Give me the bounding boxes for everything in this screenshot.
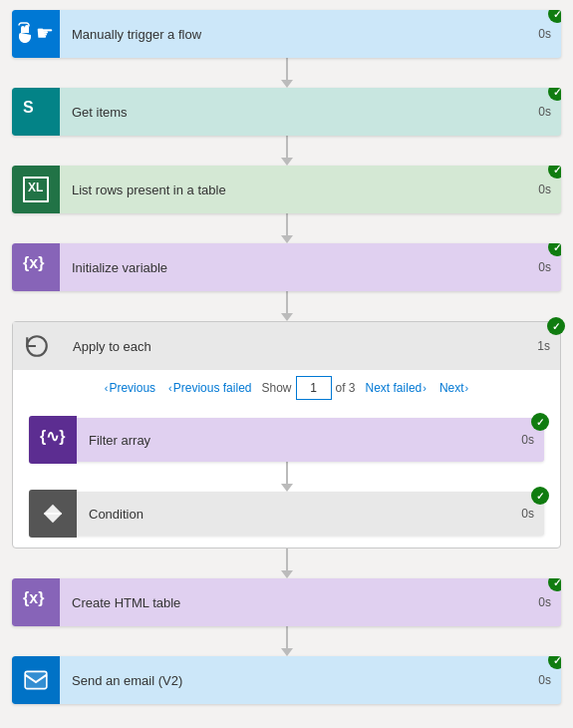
step-label-get-items: Get items (60, 105, 528, 120)
step-icon-filter-array: {∿} (29, 416, 77, 464)
step-label-filter-array: Filter array (77, 433, 511, 448)
step-success-badge-send-email (548, 656, 561, 669)
chevron-left-prev-failed-icon: ‹ (168, 382, 172, 394)
connector-1 (286, 58, 288, 82)
step-duration-send-email: 0s (528, 673, 561, 687)
chevron-right-next-icon: › (465, 382, 469, 394)
chevron-right-next-failed-icon: › (423, 382, 427, 394)
step-block-create-html-table[interactable]: {x} Create HTML table 0s (12, 578, 561, 626)
step-send-email: Send an email (V2) 0s (12, 656, 561, 704)
arrow-1 (281, 80, 293, 88)
step-block-condition[interactable]: Condition 0s (29, 492, 544, 536)
previous-button[interactable]: ‹ Previous (98, 379, 161, 397)
connector-5 (286, 548, 288, 572)
step-label-send-email: Send an email (V2) (60, 673, 528, 688)
step-success-badge-filter-array (531, 413, 549, 431)
step-create-html-table: {x} Create HTML table 0s (12, 578, 561, 656)
step-icon-send-email (12, 656, 60, 704)
email-icon (23, 667, 49, 693)
hand-icon (12, 21, 36, 47)
inner-steps: {∿} Filter array 0s (29, 418, 544, 536)
step-get-items: S Get items 0s (12, 88, 561, 166)
step-success-badge-apply-each (547, 317, 565, 335)
step-success-badge-create-html-table (548, 578, 561, 591)
step-label-manually-trigger: Manually trigger a flow (60, 27, 528, 42)
page-input[interactable] (296, 376, 332, 400)
step-label-init-variable: Initialize variable (60, 260, 528, 275)
step-icon-list-rows: XL (12, 166, 60, 213)
condition-icon (40, 501, 66, 527)
step-condition: Condition 0s (29, 492, 544, 536)
step-block-init-variable[interactable]: {x} Initialize variable 0s (12, 243, 561, 291)
step-duration-manually-trigger: 0s (528, 27, 561, 41)
show-label: Show (261, 381, 291, 395)
step-duration-condition: 0s (511, 507, 544, 521)
chevron-left-prev-icon: ‹ (105, 382, 109, 394)
step-icon-get-items: S (12, 88, 60, 136)
step-duration-list-rows: 0s (528, 182, 561, 196)
step-success-badge-init-variable (548, 243, 561, 256)
arrow-5 (281, 570, 293, 578)
apply-each-header[interactable]: Apply to each 1s (13, 322, 560, 370)
connector-4 (286, 291, 288, 315)
step-icon-init-variable: {x} (12, 243, 60, 291)
step-manually-trigger: ☛ Manually trigger a flow 0s (12, 10, 561, 88)
step-duration-get-items: 0s (528, 105, 561, 119)
connector-inner-1 (286, 462, 288, 486)
previous-failed-button[interactable]: ‹ Previous failed (161, 379, 257, 397)
step-init-variable: {x} Initialize variable 0s (12, 243, 561, 321)
step-icon-apply-each (13, 322, 61, 370)
step-block-list-rows[interactable]: XL List rows present in a table 0s (12, 166, 561, 213)
step-icon-manually-trigger: ☛ (12, 10, 60, 58)
of-text: of 3 (336, 381, 356, 395)
arrow-3 (281, 235, 293, 243)
previous-failed-label: Previous failed (173, 381, 252, 395)
step-block-send-email[interactable]: Send an email (V2) 0s (12, 656, 561, 704)
connector-3 (286, 213, 288, 237)
apply-each-container: Apply to each 1s ‹ Previous ‹ Previous f… (12, 321, 561, 548)
apply-each-body: {∿} Filter array 0s (13, 406, 560, 547)
apply-each-label: Apply to each (61, 339, 527, 354)
arrow-6 (281, 648, 293, 656)
pagination-bar: ‹ Previous ‹ Previous failed Show of 3 N… (13, 370, 560, 406)
next-button[interactable]: Next › (433, 379, 475, 397)
step-icon-create-html-table: {x} (12, 578, 60, 626)
step-list-rows: XL List rows present in a table 0s (12, 166, 561, 243)
step-success-badge-list-rows (548, 166, 561, 179)
step-duration-create-html-table: 0s (528, 595, 561, 609)
arrow-inner-1 (281, 484, 293, 492)
step-block-filter-array[interactable]: {∿} Filter array 0s (29, 418, 544, 462)
step-duration-init-variable: 0s (528, 260, 561, 274)
flow-container: ☛ Manually trigger a flow 0s S Get items… (12, 10, 561, 704)
connector-2 (286, 136, 288, 160)
arrow-2 (281, 158, 293, 166)
next-failed-button[interactable]: Next failed › (360, 379, 433, 397)
loop-icon (24, 333, 50, 359)
step-duration-filter-array: 0s (511, 433, 544, 447)
next-failed-label: Next failed (366, 381, 423, 395)
connector-6 (286, 626, 288, 650)
svg-rect-3 (25, 671, 47, 688)
step-success-badge-manually-trigger (548, 10, 561, 23)
arrow-4 (281, 313, 293, 321)
step-icon-condition (29, 490, 77, 538)
next-label: Next (439, 381, 464, 395)
step-block-get-items[interactable]: S Get items 0s (12, 88, 561, 136)
step-label-condition: Condition (77, 507, 511, 522)
step-filter-array: {∿} Filter array 0s (29, 418, 544, 492)
step-block-manually-trigger[interactable]: ☛ Manually trigger a flow 0s (12, 10, 561, 58)
apply-each-duration: 1s (527, 339, 560, 353)
previous-label: Previous (109, 381, 155, 395)
step-label-list-rows: List rows present in a table (60, 182, 528, 197)
step-label-create-html-table: Create HTML table (60, 595, 528, 610)
step-success-badge-condition (531, 487, 549, 505)
step-success-badge-get-items (548, 88, 561, 101)
